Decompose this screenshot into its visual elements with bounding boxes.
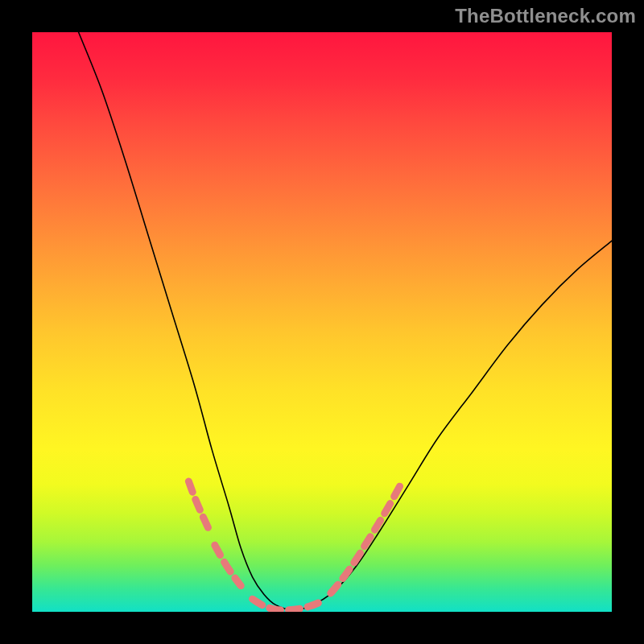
series-highlight-bottom xyxy=(253,599,322,610)
series-highlight-left-upper xyxy=(188,481,208,530)
watermark-text: TheBottleneck.com xyxy=(455,5,636,27)
series-bottleneck-curve xyxy=(79,32,612,610)
plot-area xyxy=(32,32,612,612)
series-highlight-left-lower xyxy=(215,545,241,585)
curve-svg xyxy=(32,32,612,612)
chart-frame: TheBottleneck.com xyxy=(0,0,644,644)
series-highlight-right xyxy=(331,485,400,593)
